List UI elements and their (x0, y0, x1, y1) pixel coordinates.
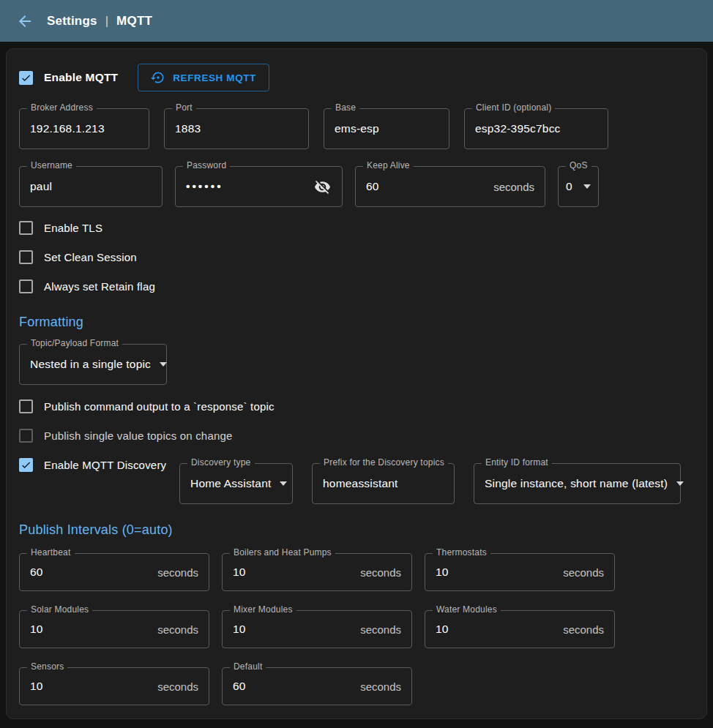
app-bar: Settings | MQTT (0, 0, 713, 42)
password-value: •••••• (186, 180, 308, 193)
page-title: Settings (47, 14, 97, 29)
topic-payload-format-select[interactable]: Topic/Payload Format Nested in a single … (19, 344, 167, 385)
discovery-prefix-field[interactable]: Prefix for the Discovery topics homeassi… (312, 463, 455, 504)
discovery-type-label: Discovery type (187, 457, 255, 468)
mixer-interval-field[interactable]: Mixer Modules 10 seconds (222, 610, 412, 648)
enable-tls-label: Enable TLS (44, 222, 102, 234)
enable-mqtt-row: Enable MQTT REFRESH MQTT (19, 64, 694, 91)
clean-session-label: Set Clean Session (44, 251, 137, 263)
refresh-icon (151, 70, 165, 85)
keep-alive-field[interactable]: Keep Alive 60 seconds (355, 166, 545, 207)
default-value: 60 (233, 680, 354, 693)
boilers-value: 10 (233, 566, 354, 579)
publish-intervals-heading: Publish Intervals (0=auto) (19, 522, 694, 538)
port-value: 1883 (175, 122, 298, 135)
default-label: Default (230, 661, 266, 672)
title-separator: | (105, 14, 108, 29)
solar-value: 10 (30, 623, 152, 636)
client-id-value: esp32-395c7bcc (475, 122, 597, 135)
broker-address-label: Broker Address (27, 102, 97, 113)
discovery-prefix-value: homeassistant (323, 477, 444, 490)
client-id-field[interactable]: Client ID (optional) esp32-395c7bcc (464, 108, 608, 149)
water-unit: seconds (563, 623, 604, 636)
connection-flags: Enable TLS Set Clean Session Always set … (19, 220, 694, 293)
client-id-label: Client ID (optional) (472, 102, 555, 113)
discovery-row: Enable MQTT Discovery Discovery type Hom… (19, 457, 694, 503)
username-field[interactable]: Username paul (19, 166, 163, 207)
heartbeat-label: Heartbeat (27, 547, 75, 558)
solar-interval-field[interactable]: Solar Modules 10 seconds (19, 610, 209, 648)
check-icon (20, 459, 31, 471)
enable-tls-checkbox[interactable] (19, 221, 33, 235)
solar-unit: seconds (157, 623, 198, 636)
qos-select[interactable]: QoS 0 (558, 166, 599, 207)
publish-response-checkbox[interactable] (19, 399, 33, 413)
enable-discovery-label: Enable MQTT Discovery (44, 459, 166, 471)
enable-discovery-checkbox[interactable] (19, 458, 33, 472)
enable-discovery-checkbox-row[interactable]: Enable MQTT Discovery (19, 458, 179, 472)
heartbeat-unit: seconds (157, 566, 198, 579)
sensors-unit: seconds (157, 680, 198, 693)
publish-single-checkbox[interactable] (19, 429, 33, 443)
boilers-label: Boilers and Heat Pumps (230, 547, 335, 558)
back-arrow-icon[interactable] (16, 12, 34, 30)
username-label: Username (27, 160, 76, 170)
sensors-value: 10 (30, 680, 152, 693)
mqtt-settings-card: Enable MQTT REFRESH MQTT Broker Address … (6, 48, 707, 719)
thermostats-interval-field[interactable]: Thermostats 10 seconds (425, 553, 615, 591)
water-value: 10 (436, 623, 557, 636)
base-label: Base (332, 102, 359, 113)
enable-mqtt-checkbox-row[interactable]: Enable MQTT (19, 71, 118, 85)
retain-flag-checkbox[interactable] (19, 279, 33, 293)
entity-id-format-label: Entity ID format (482, 457, 552, 468)
keep-alive-unit: seconds (493, 181, 534, 193)
heartbeat-interval-field[interactable]: Heartbeat 60 seconds (19, 553, 209, 591)
base-field[interactable]: Base ems-esp (324, 108, 449, 149)
check-icon (20, 72, 31, 84)
entity-id-format-value: Single instance, short name (latest) (485, 477, 668, 490)
toggle-password-visibility-icon[interactable] (314, 178, 332, 195)
password-label: Password (183, 160, 230, 170)
heartbeat-value: 60 (30, 566, 152, 579)
broker-address-value: 192.168.1.213 (30, 122, 138, 135)
publish-single-checkbox-row[interactable]: Publish single value topics on change (19, 428, 694, 443)
keep-alive-value: 60 (366, 180, 488, 193)
publish-intervals-grid: Heartbeat 60 seconds Boilers and Heat Pu… (19, 553, 694, 705)
entity-id-format-select[interactable]: Entity ID format Single instance, short … (474, 463, 681, 504)
sensors-interval-field[interactable]: Sensors 10 seconds (19, 667, 209, 705)
clean-session-checkbox[interactable] (19, 250, 33, 264)
enable-tls-checkbox-row[interactable]: Enable TLS (19, 220, 694, 235)
connection-row-1: Broker Address 192.168.1.213 Port 1883 B… (19, 108, 694, 149)
formatting-heading: Formatting (19, 315, 694, 330)
connection-row-2: Username paul Password •••••• Keep Alive… (19, 166, 694, 207)
refresh-mqtt-button[interactable]: REFRESH MQTT (138, 64, 269, 91)
base-value: ems-esp (335, 122, 438, 135)
retain-flag-label: Always set Retain flag (44, 280, 155, 293)
mixer-value: 10 (233, 623, 354, 636)
port-field[interactable]: Port 1883 (164, 108, 309, 149)
discovery-type-select[interactable]: Discovery type Home Assistant (179, 463, 293, 504)
chevron-down-icon (280, 481, 287, 486)
mixer-unit: seconds (360, 623, 401, 636)
boilers-unit: seconds (360, 566, 401, 579)
password-field[interactable]: Password •••••• (175, 166, 343, 207)
discovery-prefix-label: Prefix for the Discovery topics (320, 457, 448, 468)
topic-payload-format-value: Nested in a single topic (30, 358, 151, 371)
retain-flag-checkbox-row[interactable]: Always set Retain flag (19, 279, 694, 293)
publish-response-label: Publish command output to a `response` t… (44, 400, 275, 413)
topic-payload-format-label: Topic/Payload Format (27, 338, 122, 348)
boilers-interval-field[interactable]: Boilers and Heat Pumps 10 seconds (222, 553, 412, 591)
default-interval-field[interactable]: Default 60 seconds (222, 667, 412, 705)
clean-session-checkbox-row[interactable]: Set Clean Session (19, 249, 694, 264)
qos-label: QoS (566, 160, 591, 170)
thermostats-label: Thermostats (433, 547, 490, 558)
broker-address-field[interactable]: Broker Address 192.168.1.213 (19, 108, 149, 149)
page-subtitle: MQTT (116, 14, 152, 29)
publish-response-checkbox-row[interactable]: Publish command output to a `response` t… (19, 399, 694, 413)
chevron-down-icon (583, 184, 591, 189)
enable-mqtt-checkbox[interactable] (19, 71, 33, 85)
keep-alive-label: Keep Alive (363, 160, 414, 170)
chevron-down-icon (676, 481, 684, 486)
water-interval-field[interactable]: Water Modules 10 seconds (425, 610, 615, 648)
water-label: Water Modules (433, 604, 501, 615)
